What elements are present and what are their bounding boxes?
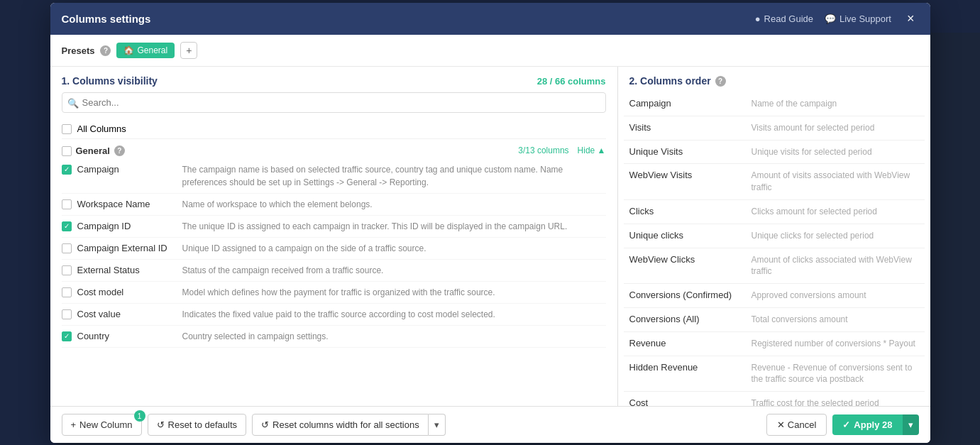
apply-dropdown-button[interactable]: ▾ <box>903 414 919 435</box>
column-item-campaign-external-id: Campaign External ID Unique ID assigned … <box>62 238 606 260</box>
order-item-unique-visits: Unique Visits Unique visits for selected… <box>624 141 925 165</box>
modal-header: Columns settings ● Read Guide 💬 Live Sup… <box>50 3 930 35</box>
label-campaign-id: Campaign ID <box>77 220 177 231</box>
checkbox-cost-value[interactable] <box>62 309 72 319</box>
reset-width-button[interactable]: ↺ Reset columns width for all sections <box>252 414 429 436</box>
desc-external-status: Status of the campaign received from a t… <box>182 264 384 277</box>
column-item-campaign: Campaign The campaign name is based on s… <box>62 159 606 194</box>
desc-campaign-id: The unique ID is assigned to each campai… <box>182 220 568 233</box>
order-item-webview-clicks: WebView Clicks Amount of clicks associat… <box>624 248 925 285</box>
label-cost-model: Cost model <box>77 286 177 297</box>
new-column-button[interactable]: + New Column 1 <box>62 414 142 436</box>
columns-count: 28 / 66 columns <box>537 76 606 87</box>
search-box: 🔍 <box>62 92 606 113</box>
group-general-checkbox[interactable] <box>62 146 72 156</box>
check-icon: ✓ <box>842 419 850 430</box>
group-name: General <box>76 145 110 156</box>
order-desc-clicks: Clicks amount for selected period <box>751 206 877 218</box>
group-right: 3/13 columns Hide ▲ <box>518 145 605 155</box>
column-item-workspace-name: Workspace Name Name of workspace to whic… <box>62 194 606 216</box>
right-panel-header: 2. Columns order ? <box>618 67 930 92</box>
order-name-visits: Visits <box>629 122 743 133</box>
checkbox-external-status[interactable] <box>62 265 72 275</box>
order-desc-unique-clicks: Unique clicks for selected period <box>751 230 874 242</box>
label-campaign: Campaign <box>77 163 177 175</box>
desc-campaign: The campaign name is based on selected t… <box>182 163 606 189</box>
checkbox-cost-model[interactable] <box>62 287 72 297</box>
right-panel: 2. Columns order ? Campaign Name of the … <box>618 67 930 406</box>
left-panel: 1. Columns visibility 28 / 66 columns 🔍 … <box>50 67 618 406</box>
group-header-left: General ? <box>62 145 125 156</box>
checkbox-workspace-name[interactable] <box>62 199 72 209</box>
read-guide-link[interactable]: ● Read Guide <box>755 13 813 24</box>
order-desc-hidden-revenue: Revenue - Revenue of conversions sent to… <box>751 362 919 386</box>
all-columns-row: All Columns <box>62 119 606 139</box>
reset-defaults-button[interactable]: ↺ Reset to defaults <box>148 414 247 436</box>
search-wrap: 🔍 <box>62 92 606 113</box>
reset-width-dropdown-button[interactable]: ▾ <box>429 414 446 436</box>
order-name-campaign: Campaign <box>629 98 743 109</box>
order-item-visits: Visits Visits amount for selected period <box>624 116 925 141</box>
order-item-conversions-all: Conversions (All) Total conversions amou… <box>624 308 925 332</box>
footer-left: + New Column 1 ↺ Reset to defaults ↺ Res… <box>62 414 446 436</box>
label-workspace-name: Workspace Name <box>77 198 177 209</box>
order-item-hidden-revenue: Hidden Revenue Revenue - Revenue of conv… <box>624 356 925 392</box>
label-external-status: External Status <box>77 264 177 275</box>
order-name-conversions-all: Conversions (All) <box>629 314 743 324</box>
left-panel-header: 1. Columns visibility 28 / 66 columns <box>50 67 617 92</box>
search-input[interactable] <box>62 92 606 113</box>
group-general-header: General ? 3/13 columns Hide ▲ <box>62 139 606 159</box>
desc-campaign-external-id: Unique ID assigned to a campaign on the … <box>182 242 426 255</box>
order-list: Campaign Name of the campaign Visits Vis… <box>618 92 930 406</box>
apply-group: ✓ Apply 28 ▾ <box>832 414 918 435</box>
order-desc-conversions-all: Total conversions amount <box>751 314 848 326</box>
order-desc-unique-visits: Unique visits for selected period <box>751 146 872 158</box>
header-actions: ● Read Guide 💬 Live Support × <box>755 10 919 28</box>
checkbox-country[interactable] <box>62 331 72 341</box>
label-cost-value: Cost value <box>77 308 177 319</box>
order-name-unique-visits: Unique Visits <box>629 146 743 157</box>
checkbox-campaign[interactable] <box>62 165 72 175</box>
all-columns-label: All Columns <box>77 123 126 134</box>
hide-group-link[interactable]: Hide ▲ <box>578 145 606 155</box>
order-name-hidden-revenue: Hidden Revenue <box>629 362 743 373</box>
group-help-icon[interactable]: ? <box>114 145 125 156</box>
all-columns-checkbox[interactable] <box>62 124 72 134</box>
apply-button[interactable]: ✓ Apply 28 <box>832 414 902 435</box>
order-name-revenue: Revenue <box>629 338 743 348</box>
order-item-campaign: Campaign Name of the campaign <box>624 92 925 116</box>
modal-footer: + New Column 1 ↺ Reset to defaults ↺ Res… <box>50 406 930 443</box>
checkbox-campaign-id[interactable] <box>62 221 72 231</box>
order-item-clicks: Clicks Clicks amount for selected period <box>624 200 925 224</box>
order-help-icon[interactable]: ? <box>715 76 726 87</box>
order-name-webview-clicks: WebView Clicks <box>629 254 743 265</box>
chevron-down-icon: ▾ <box>434 419 439 430</box>
preset-add-button[interactable]: + <box>180 42 197 59</box>
column-item-campaign-id: Campaign ID The unique ID is assigned to… <box>62 216 606 238</box>
reset-width-group: ↺ Reset columns width for all sections ▾ <box>252 414 446 436</box>
cancel-button[interactable]: ✕ Cancel <box>766 414 827 436</box>
order-item-revenue: Revenue Registered number of conversions… <box>624 332 925 356</box>
new-column-badge: 1 <box>134 410 145 422</box>
order-item-unique-clicks: Unique clicks Unique clicks for selected… <box>624 224 925 248</box>
group-count: 3/13 columns <box>518 145 568 155</box>
label-country: Country <box>77 330 177 341</box>
order-desc-visits: Visits amount for selected period <box>751 122 875 134</box>
visibility-section-title: 1. Columns visibility <box>62 75 158 87</box>
close-button[interactable]: × <box>903 10 919 28</box>
presets-label: Presets <box>62 45 95 56</box>
checkbox-campaign-external-id[interactable] <box>62 243 72 253</box>
order-name-conversions-confirmed: Conversions (Confirmed) <box>629 290 743 300</box>
reset-width-icon: ↺ <box>261 419 269 430</box>
column-item-country: Country Country selected in campaign set… <box>62 326 606 348</box>
label-campaign-external-id: Campaign External ID <box>77 242 177 253</box>
column-item-cost-model: Cost model Model which defines how the p… <box>62 282 606 304</box>
desc-workspace-name: Name of workspace to which the element b… <box>182 198 373 211</box>
order-section-title: 2. Columns order <box>629 75 711 87</box>
live-support-link[interactable]: 💬 Live Support <box>825 13 891 24</box>
preset-general-button[interactable]: 🏠 General <box>116 43 175 58</box>
footer-right: ✕ Cancel ✓ Apply 28 ▾ <box>766 414 919 436</box>
presets-help-icon[interactable]: ? <box>100 45 111 56</box>
modal-title: Columns settings <box>62 13 151 25</box>
order-desc-cost: Traffic cost for the selected period <box>751 397 879 406</box>
